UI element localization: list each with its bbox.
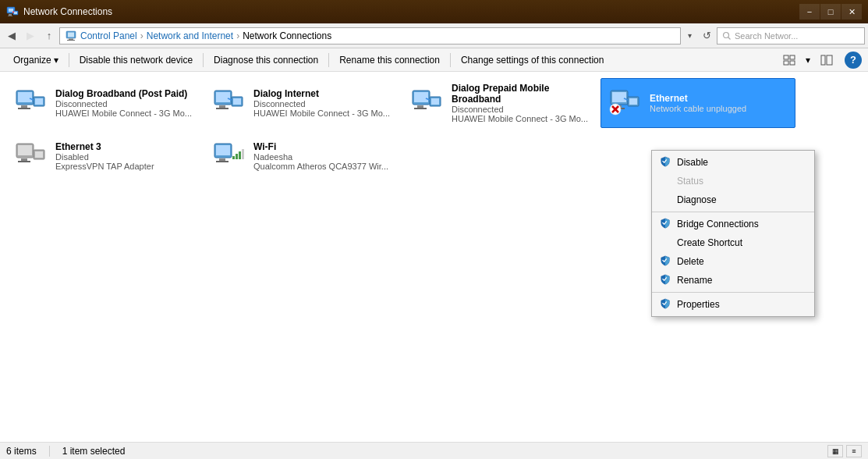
breadcrumb-controlpanel[interactable]: Control Panel [80, 30, 137, 41]
svg-rect-2 [9, 14, 12, 16]
context-menu-item-bridge-connections[interactable]: Bridge Connections [652, 215, 814, 233]
toolbar-right: ▾ ? [781, 52, 862, 69]
network-icon-mobile-0 [12, 84, 49, 122]
forward-button[interactable]: ▶ [22, 27, 39, 44]
maximize-button[interactable]: □ [820, 4, 841, 20]
context-menu-label: Disable [677, 157, 708, 168]
svg-rect-5 [14, 12, 17, 14]
context-menu-item-create-shortcut[interactable]: Create Shortcut [652, 233, 814, 252]
status-view-button-1[interactable]: ▦ [827, 445, 843, 457]
diagnose-button[interactable]: Diagnose this connection [207, 51, 325, 69]
status-bar: 6 items 1 item selected ▦ ≡ [0, 442, 868, 459]
svg-rect-14 [784, 61, 788, 65]
network-item-dialog-prepaid[interactable]: Dialog Prepaid Mobile Broadband Disconne… [402, 78, 597, 128]
network-status-0: Disconnected [55, 99, 196, 109]
svg-rect-61 [239, 151, 241, 159]
pane-toggle-button[interactable] [818, 52, 835, 69]
shield-icon [660, 298, 672, 311]
context-menu: DisableStatusDiagnose Bridge Connections… [651, 150, 815, 317]
svg-rect-57 [219, 158, 225, 161]
context-menu-item-properties[interactable]: Properties [652, 295, 814, 314]
disable-network-button[interactable]: Disable this network device [73, 51, 200, 69]
context-menu-label: Rename [677, 275, 712, 286]
network-icon-wifi [210, 137, 247, 175]
context-menu-item-delete[interactable]: Delete [652, 252, 814, 271]
minimize-button[interactable]: − [799, 4, 820, 20]
svg-rect-40 [612, 92, 626, 102]
breadcrumb-network[interactable]: Network and Internet [147, 30, 233, 41]
svg-rect-52 [18, 161, 30, 162]
path-separator-2: › [236, 30, 239, 41]
network-icon-mobile-2 [408, 84, 445, 122]
context-menu-item-rename[interactable]: Rename [652, 271, 814, 290]
svg-rect-23 [35, 98, 43, 105]
network-desc-0: HUAWEI Mobile Connect - 3G Mo... [55, 109, 196, 118]
svg-rect-3 [8, 16, 12, 16]
search-icon [722, 31, 732, 41]
svg-point-10 [724, 32, 729, 37]
content-area: Dialog Broadband (Post Paid) Disconnecte… [0, 72, 868, 442]
toolbar-separator-3 [328, 53, 329, 67]
window-title: Network Connections [23, 6, 799, 17]
network-desc-2: HUAWEI Mobile Connect - 3G Mo... [452, 114, 592, 123]
context-menu-item-disable[interactable]: Disable [652, 153, 814, 172]
network-item-dialog-broadband[interactable]: Dialog Broadband (Post Paid) Disconnecte… [6, 78, 201, 128]
item-count: 6 items [6, 446, 37, 457]
up-button[interactable]: ↑ [41, 27, 58, 44]
help-button[interactable]: ? [845, 52, 862, 69]
toolbar-separator-1 [69, 53, 69, 67]
network-item-ethernet[interactable]: Ethernet Network cable unplugged [601, 78, 795, 128]
network-desc-1: HUAWEI Mobile Connect - 3G Mo... [253, 109, 394, 118]
context-menu-label: Diagnose [677, 194, 717, 205]
svg-rect-12 [784, 55, 788, 59]
svg-rect-59 [232, 156, 235, 159]
close-button[interactable]: ✕ [841, 4, 862, 20]
network-item-ethernet3[interactable]: Ethernet 3 Disabled ExpressVPN TAP Adapt… [6, 131, 201, 181]
svg-rect-26 [216, 92, 230, 102]
search-box[interactable]: Search Networ... [717, 27, 865, 44]
view-dropdown-button[interactable]: ▾ [799, 52, 817, 69]
toolbar: Organize ▾ Disable this network device D… [0, 48, 868, 72]
status-right: ▦ ≡ [827, 445, 862, 457]
network-status-2: Disconnected [452, 105, 592, 114]
network-desc-4: ExpressVPN TAP Adapter [55, 162, 196, 171]
view-options-button[interactable] [781, 52, 798, 69]
back-button[interactable]: ◀ [3, 27, 20, 44]
svg-rect-62 [242, 149, 244, 159]
network-icon-ethernet3 [12, 137, 49, 175]
svg-rect-1 [9, 9, 13, 12]
rename-button[interactable]: Rename this connection [332, 51, 447, 69]
svg-rect-60 [236, 154, 238, 159]
window-controls: − □ ✕ [799, 4, 862, 20]
context-menu-label: Bridge Connections [677, 219, 759, 230]
network-status-3: Network cable unplugged [650, 104, 790, 113]
organize-button[interactable]: Organize ▾ [6, 51, 66, 69]
network-name-0: Dialog Broadband (Post Paid) [55, 88, 196, 99]
svg-rect-50 [18, 145, 32, 155]
svg-rect-8 [69, 38, 73, 40]
svg-rect-20 [21, 105, 27, 108]
change-settings-button[interactable]: Change settings of this connection [454, 51, 611, 69]
context-menu-label: Properties [677, 299, 720, 310]
address-bar: ◀ ▶ ↑ Control Panel › Network and Intern… [0, 23, 868, 48]
svg-rect-37 [431, 98, 439, 105]
context-menu-item-diagnose[interactable]: Diagnose [652, 190, 814, 209]
refresh-button[interactable]: ↺ [698, 27, 715, 44]
network-info-dialog-prepaid: Dialog Prepaid Mobile Broadband Disconne… [452, 83, 592, 123]
svg-rect-44 [629, 98, 637, 105]
network-info-dialog-internet: Dialog Internet Disconnected HUAWEI Mobi… [253, 88, 394, 118]
svg-rect-54 [35, 151, 43, 158]
search-placeholder: Search Networ... [735, 31, 798, 41]
svg-rect-7 [68, 32, 74, 37]
status-view-button-2[interactable]: ≡ [846, 445, 862, 457]
svg-rect-28 [216, 108, 229, 109]
svg-rect-19 [18, 92, 32, 102]
address-dropdown-button[interactable]: ▾ [682, 27, 696, 44]
svg-rect-27 [219, 105, 225, 108]
network-status-4: Disabled [55, 152, 196, 162]
network-item-wifi[interactable]: Wi-Fi Nadeesha Qualcomm Atheros QCA9377 … [204, 131, 399, 181]
network-name-1: Dialog Internet [253, 88, 394, 99]
svg-rect-9 [67, 40, 75, 41]
selected-count: 1 item selected [62, 446, 126, 457]
network-item-dialog-internet[interactable]: Dialog Internet Disconnected HUAWEI Mobi… [204, 78, 399, 128]
